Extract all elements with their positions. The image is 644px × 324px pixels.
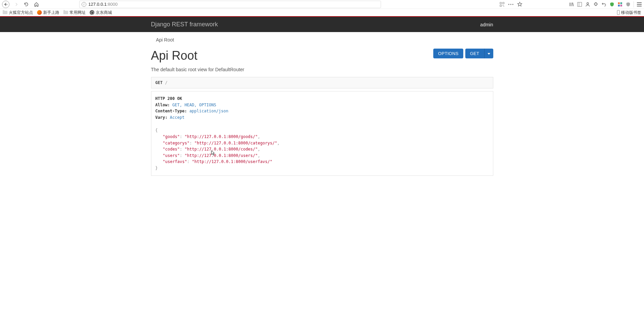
arrow-right-icon [14, 2, 19, 7]
firefox-icon [37, 10, 42, 15]
request-method: GET [155, 80, 163, 85]
json-entry: "userfavs": "http://127.0.0.1:8000/userf… [155, 159, 489, 165]
reload-button[interactable] [23, 1, 30, 8]
phone-icon [617, 10, 620, 15]
breadcrumb-root[interactable]: Api Root [156, 37, 174, 43]
url-text: 127.0.0.1:8000 [88, 2, 118, 7]
home-button[interactable] [33, 1, 40, 8]
chevron-down-icon [488, 53, 490, 55]
response-header: Vary: Accept [155, 114, 489, 121]
account-icon[interactable] [585, 2, 590, 7]
svg-point-10 [587, 2, 588, 4]
mobile-bookmark-label: 移动版书签 [621, 10, 641, 16]
json-link[interactable]: "http://127.0.0.1:8000/categorys/" [194, 141, 277, 145]
sidebar-icon[interactable] [577, 2, 582, 7]
bookmark-item[interactable]: 新手上路 [37, 10, 59, 16]
site-info-icon[interactable]: i [82, 2, 86, 7]
page-header: Api Root OPTIONS GET [151, 49, 493, 65]
library-icon[interactable] [569, 2, 574, 7]
svg-rect-3 [503, 5, 503, 5]
response-header: Content-Type: application/json [155, 108, 489, 114]
undo-icon[interactable] [601, 2, 607, 7]
content: Api Root Api Root OPTIONS GET The defaul… [151, 32, 493, 176]
browser-far-right [569, 1, 642, 7]
svg-rect-11 [618, 2, 620, 4]
get-button[interactable]: GET [465, 49, 485, 58]
arrow-left-icon [3, 2, 8, 7]
bookmark-item[interactable]: 常用网址 [63, 10, 86, 16]
bookmark-label: 新手上路 [43, 10, 59, 16]
folder-icon [3, 11, 7, 14]
bookmark-label: 京东商城 [96, 10, 112, 16]
svg-point-7 [513, 4, 514, 5]
svg-rect-14 [620, 4, 622, 6]
svg-rect-1 [503, 2, 504, 3]
bookmark-label: 火狐官方站点 [9, 10, 33, 16]
json-link[interactable]: "http://127.0.0.1:8000/codes/" [185, 147, 258, 152]
get-button-group: GET [465, 49, 493, 58]
request-path: / [165, 80, 167, 85]
forward-button[interactable] [13, 1, 20, 8]
response-body: HTTP 200 OK Allow: GET, HEAD, OPTIONSCon… [151, 91, 493, 176]
svg-rect-8 [578, 2, 582, 6]
json-entry: "categorys": "http://127.0.0.1:8000/cate… [155, 140, 489, 146]
tracker-icon[interactable] [625, 2, 631, 7]
header-val: Accept [168, 115, 185, 120]
drf-navbar: Django REST framework admin [0, 17, 644, 32]
user-menu[interactable]: admin [480, 22, 493, 27]
reload-icon [24, 2, 29, 7]
puzzle-color-icon[interactable] [617, 2, 623, 7]
json-link[interactable]: "http://127.0.0.1:8000/userfavs/" [192, 159, 272, 164]
page-title: Api Root [151, 49, 198, 63]
home-icon [34, 2, 39, 7]
json-key: "goods" [163, 134, 180, 139]
json-key: "users" [163, 153, 180, 158]
back-button[interactable] [2, 1, 9, 8]
header-key: Content-Type: [155, 109, 187, 113]
svg-rect-0 [500, 2, 501, 3]
header-val: GET, HEAD, OPTIONS [170, 103, 216, 107]
request-summary: GET / [151, 77, 493, 88]
mobile-bookmarks[interactable]: 移动版书签 [617, 10, 641, 16]
svg-point-5 [508, 4, 509, 5]
bookmarks-bar: 火狐官方站点 新手上路 常用网址 京东商城 移动版书签 [0, 9, 644, 17]
header-key: Allow: [155, 103, 170, 107]
json-brace-open: { [155, 127, 489, 134]
address-bar[interactable]: i 127.0.0.1:8000 [79, 1, 381, 8]
brand-link[interactable]: Django REST framework [151, 21, 218, 28]
response-header: Allow: GET, HEAD, OPTIONS [155, 102, 489, 108]
extension-icon[interactable] [593, 2, 598, 7]
svg-point-6 [510, 4, 511, 5]
get-dropdown[interactable] [485, 49, 493, 58]
qr-icon[interactable] [499, 2, 505, 7]
svg-rect-12 [620, 2, 622, 4]
json-key: "codes" [163, 147, 180, 152]
svg-rect-2 [500, 5, 501, 6]
bookmark-item[interactable]: 火狐官方站点 [3, 10, 33, 16]
page-buttons: OPTIONS GET [433, 49, 493, 58]
json-entry: "users": "http://127.0.0.1:8000/users/", [155, 153, 489, 159]
header-key: Vary: [155, 115, 168, 120]
folder-icon [63, 11, 68, 14]
menu-icon[interactable] [637, 2, 642, 7]
json-entry: "codes": "http://127.0.0.1:8000/codes/", [155, 146, 489, 153]
json-link[interactable]: "http://127.0.0.1:8000/users/" [185, 153, 258, 158]
status-line: HTTP 200 OK [155, 96, 489, 102]
shield-icon[interactable] [609, 2, 615, 7]
divider [634, 1, 634, 7]
browser-toolbar: i 127.0.0.1:8000 [0, 0, 644, 9]
jd-icon [90, 10, 94, 15]
bookmark-label: 常用网址 [69, 10, 86, 16]
options-button[interactable]: OPTIONS [433, 49, 463, 58]
bookmark-item[interactable]: 京东商城 [90, 10, 112, 16]
json-link[interactable]: "http://127.0.0.1:8000/goods/" [185, 134, 258, 139]
star-icon[interactable] [517, 2, 522, 7]
more-icon[interactable] [508, 2, 514, 7]
json-brace-close: } [155, 165, 489, 171]
svg-rect-4 [503, 6, 504, 6]
json-entry: "goods": "http://127.0.0.1:8000/goods/", [155, 134, 489, 140]
json-key: "categorys" [163, 141, 189, 145]
address-right-tools [499, 2, 522, 7]
page-description: The default basic root view for DefaultR… [151, 67, 493, 72]
header-val: application/json [187, 109, 228, 113]
